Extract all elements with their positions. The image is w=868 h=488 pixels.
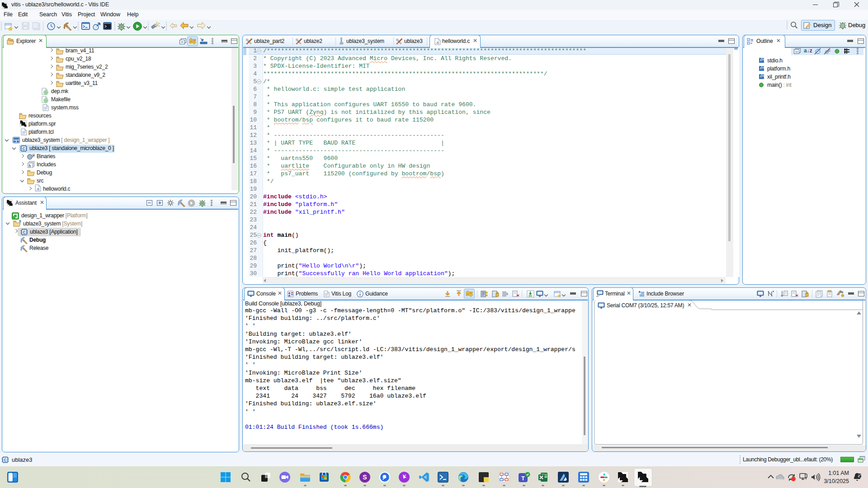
svg-text:S: S bbox=[363, 474, 367, 481]
svg-text:z: z bbox=[860, 473, 861, 476]
svg-text:T: T bbox=[521, 475, 525, 482]
